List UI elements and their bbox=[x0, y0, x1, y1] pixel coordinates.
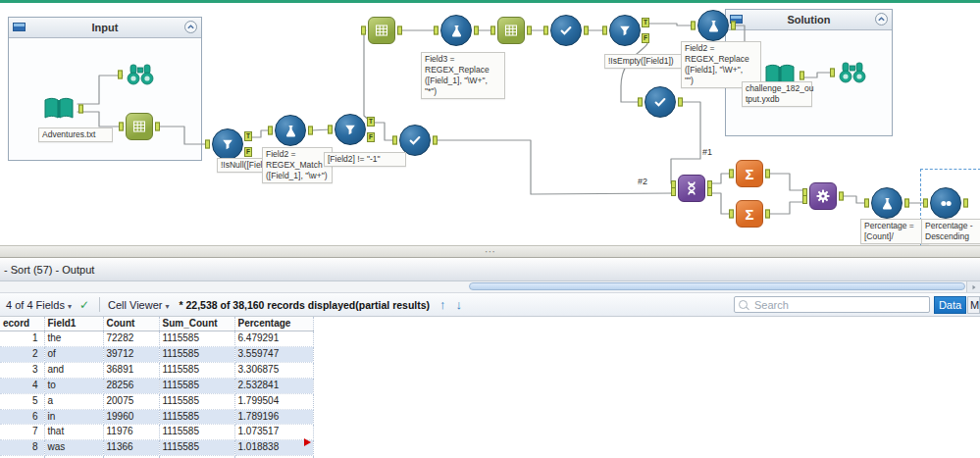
browse-tool-input[interactable] bbox=[126, 63, 155, 86]
filter-tool-3[interactable]: T F bbox=[609, 15, 641, 46]
row-number-cell[interactable]: 3 bbox=[0, 362, 44, 378]
output-anchor[interactable] bbox=[155, 123, 160, 131]
text-to-columns-tool-2[interactable] bbox=[368, 17, 395, 44]
annotation-formula-1[interactable]: Field2 = REGEX_Match ([Field_1], "\w+") bbox=[262, 147, 333, 183]
output-anchor[interactable] bbox=[397, 26, 402, 35]
cell[interactable]: a bbox=[44, 393, 103, 409]
browse-tool-solution[interactable] bbox=[838, 61, 867, 84]
column-header-percentage[interactable]: Percentage bbox=[234, 317, 313, 331]
cell[interactable]: 1.799504 bbox=[234, 393, 313, 409]
input-anchor[interactable] bbox=[923, 199, 928, 208]
output-anchor[interactable] bbox=[904, 199, 909, 208]
cell[interactable]: 6.479291 bbox=[234, 331, 313, 347]
input-anchor[interactable] bbox=[802, 195, 807, 204]
fields-dropdown[interactable]: 4 of 4 Fields▾ bbox=[6, 299, 72, 311]
annotation-filter-3[interactable]: !IsEmpty([Field1]) bbox=[604, 54, 689, 69]
cell[interactable]: 1115585 bbox=[159, 331, 234, 347]
cell-viewer-dropdown[interactable]: Cell Viewer▾ bbox=[108, 299, 169, 311]
output-anchor[interactable] bbox=[474, 26, 479, 35]
formula-tool-3[interactable] bbox=[697, 10, 729, 41]
scroll-up-button[interactable]: ↑ bbox=[439, 297, 446, 312]
input-anchor[interactable] bbox=[602, 26, 607, 35]
canvas-results-splitter[interactable]: ⋯ bbox=[0, 245, 980, 258]
unique-tool-3[interactable] bbox=[645, 86, 676, 118]
output-anchor[interactable] bbox=[707, 187, 712, 196]
output-anchor[interactable] bbox=[963, 199, 968, 208]
false-output-anchor[interactable]: F bbox=[642, 33, 649, 43]
cell[interactable]: and bbox=[44, 362, 103, 378]
annotation-formula-4[interactable]: Percentage = [Count]/ bbox=[860, 219, 929, 244]
cell[interactable]: 1.073517 bbox=[234, 425, 313, 440]
cell[interactable]: 1115585 bbox=[159, 346, 234, 362]
input-anchor[interactable] bbox=[392, 136, 397, 145]
input-anchor[interactable] bbox=[864, 199, 869, 208]
row-number-cell[interactable]: 5 bbox=[0, 393, 44, 409]
input-anchor[interactable] bbox=[729, 170, 734, 178]
scroll-down-button[interactable]: ↓ bbox=[456, 297, 463, 312]
input-anchor[interactable] bbox=[361, 26, 366, 35]
false-output-anchor[interactable]: F bbox=[367, 132, 375, 142]
cell[interactable]: 11976 bbox=[103, 425, 159, 440]
unique-tool-2[interactable] bbox=[550, 15, 582, 46]
output-anchor[interactable] bbox=[78, 105, 83, 114]
column-header-sum-count[interactable]: Sum_Count bbox=[159, 317, 234, 331]
true-output-anchor[interactable]: T bbox=[367, 117, 375, 127]
row-number-cell[interactable]: 4 bbox=[0, 378, 44, 393]
workflow-canvas[interactable]: Input Solution bbox=[0, 0, 980, 245]
cell[interactable]: 1115585 bbox=[159, 440, 234, 456]
input-anchor[interactable] bbox=[543, 26, 548, 35]
output-anchor[interactable] bbox=[731, 22, 736, 30]
join-tool[interactable] bbox=[678, 175, 705, 202]
cell[interactable]: of bbox=[44, 346, 103, 362]
data-view-button[interactable]: Data bbox=[934, 296, 966, 314]
right-input-anchor[interactable] bbox=[671, 187, 676, 196]
cell[interactable]: 28256 bbox=[103, 378, 159, 393]
annotation-sort[interactable]: Percentage - Descending bbox=[921, 219, 980, 244]
row-number-cell[interactable]: 1 bbox=[0, 331, 44, 347]
output-anchor[interactable] bbox=[584, 26, 589, 35]
row-number-cell[interactable]: 7 bbox=[0, 425, 44, 440]
input-anchor[interactable] bbox=[490, 26, 495, 35]
annotation-filter-2[interactable]: [Field2] != "-1" bbox=[324, 152, 406, 167]
output-anchor[interactable] bbox=[433, 136, 438, 145]
cell[interactable]: 1.018838 bbox=[234, 440, 313, 456]
output-anchor[interactable] bbox=[527, 26, 532, 35]
column-header-field1[interactable]: Field1 bbox=[44, 317, 103, 331]
cell[interactable]: 1115585 bbox=[159, 425, 234, 440]
sort-tool[interactable] bbox=[930, 187, 961, 219]
metadata-view-button[interactable]: M bbox=[967, 296, 980, 314]
annotation-input-file[interactable]: Adventures.txt bbox=[38, 127, 113, 142]
scrollbar-thumb[interactable] bbox=[469, 282, 965, 290]
text-to-columns-tool-1[interactable] bbox=[126, 113, 153, 140]
input-anchor[interactable] bbox=[118, 71, 123, 79]
annotation-output-file[interactable]: challenge_182_ou tput.yxdb bbox=[742, 81, 812, 107]
formula-tool-1[interactable] bbox=[275, 115, 306, 146]
filter-tool-1[interactable]: T F bbox=[212, 128, 243, 160]
output-anchor[interactable] bbox=[678, 98, 683, 107]
input-anchor[interactable] bbox=[119, 123, 124, 131]
formula-tool-2[interactable] bbox=[440, 15, 472, 46]
cell[interactable]: 1115585 bbox=[159, 393, 234, 409]
row-number-cell[interactable]: 8 bbox=[0, 440, 44, 456]
cell[interactable]: 2.532841 bbox=[234, 378, 313, 393]
input-anchor[interactable] bbox=[638, 98, 643, 107]
row-number-cell[interactable]: 6 bbox=[0, 409, 44, 425]
input-data-tool[interactable] bbox=[42, 95, 76, 123]
output-anchor[interactable] bbox=[308, 127, 313, 135]
cell[interactable]: 1115585 bbox=[159, 362, 234, 378]
text-to-columns-tool-3[interactable] bbox=[497, 17, 525, 44]
cell[interactable]: 19960 bbox=[103, 409, 159, 425]
input-anchor[interactable] bbox=[830, 69, 835, 77]
output-anchor[interactable] bbox=[765, 170, 770, 178]
input-anchor[interactable] bbox=[729, 210, 734, 219]
cell[interactable]: was bbox=[44, 440, 103, 456]
cell[interactable]: to bbox=[44, 378, 103, 393]
cell[interactable]: 3.306875 bbox=[234, 362, 313, 378]
cell[interactable]: 20075 bbox=[103, 393, 159, 409]
input-anchor[interactable] bbox=[268, 127, 273, 135]
filter-tool-2[interactable]: T F bbox=[335, 114, 366, 145]
search-input[interactable] bbox=[752, 298, 925, 312]
input-anchor[interactable] bbox=[328, 126, 333, 134]
cell[interactable]: 36891 bbox=[103, 362, 159, 378]
cell[interactable]: that bbox=[44, 425, 103, 440]
